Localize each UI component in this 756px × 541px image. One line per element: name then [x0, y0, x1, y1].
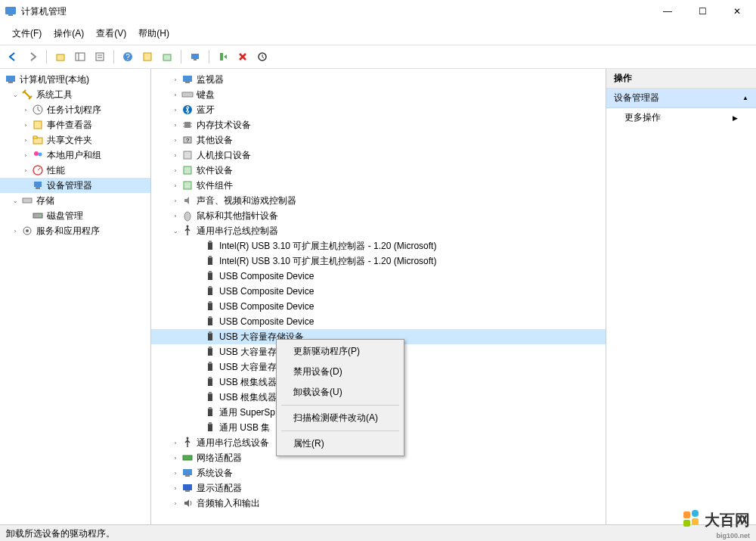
device-category[interactable]: ›系统设备 [151, 465, 606, 480]
device-label: 人机接口设备 [197, 149, 251, 162]
twisty-icon[interactable]: › [171, 166, 180, 175]
tree-task-scheduler[interactable]: 任务计划程序 [47, 104, 101, 117]
collapse-icon[interactable]: ⌄ [11, 196, 20, 205]
twisty-icon[interactable]: › [171, 211, 180, 220]
menu-file[interactable]: 文件(F) [6, 24, 48, 43]
menu-help[interactable]: 帮助(H) [132, 24, 175, 43]
device-category[interactable]: ›蓝牙 [151, 102, 606, 117]
context-update-driver[interactable]: 更新驱动程序(P) [278, 341, 402, 362]
separator [46, 50, 47, 64]
device-item[interactable]: Intel(R) USB 3.10 可扩展主机控制器 - 1.20 (Micro… [151, 238, 606, 253]
device-category[interactable]: ›显示适配器 [151, 480, 606, 496]
show-hide-tree-button[interactable] [72, 48, 88, 65]
actions-section-label: 设备管理器 [614, 92, 659, 104]
properties-button[interactable] [91, 48, 108, 65]
svg-point-23 [39, 153, 42, 157]
collapse-icon[interactable]: ⌄ [11, 90, 20, 99]
usbdev-icon [204, 376, 216, 388]
more-actions-label: 更多操作 [624, 111, 661, 124]
twisty-icon[interactable]: › [171, 499, 180, 508]
twisty-icon[interactable]: › [171, 483, 180, 493]
twisty-icon[interactable]: › [171, 75, 180, 84]
device-item[interactable]: Intel(R) USB 3.10 可扩展主机控制器 - 1.20 (Micro… [151, 253, 606, 269]
device-category[interactable]: ›软件设备 [151, 163, 606, 178]
expand-icon[interactable]: › [21, 120, 30, 129]
twisty-icon[interactable]: › [171, 468, 180, 477]
tree-event-viewer[interactable]: 事件查看器 [47, 119, 92, 132]
twisty-icon[interactable]: › [171, 135, 180, 145]
users-icon [32, 149, 44, 161]
twisty-icon[interactable]: › [171, 105, 180, 114]
device-item[interactable]: USB Composite Device [151, 299, 606, 314]
device-category[interactable]: ›声音、视频和游戏控制器 [151, 193, 606, 208]
device-category[interactable]: ›人机接口设备 [151, 148, 606, 163]
tree-performance[interactable]: 性能 [47, 164, 65, 177]
twisty-icon[interactable]: › [171, 90, 180, 99]
bluetooth-icon [181, 104, 194, 116]
device-category[interactable]: ›鼠标和其他指针设备 [151, 208, 606, 223]
expand-icon[interactable]: › [21, 135, 30, 145]
device-item[interactable]: USB Composite Device [151, 314, 606, 329]
minimize-button[interactable]: — [650, 0, 685, 23]
device-category[interactable]: ›监视器 [151, 72, 606, 87]
device-category[interactable]: ›内存技术设备 [151, 117, 606, 132]
tree-services[interactable]: 服务和应用程序 [36, 225, 100, 238]
refresh-button[interactable] [254, 48, 271, 65]
twisty-icon[interactable]: › [171, 151, 180, 160]
context-disable-device[interactable]: 禁用设备(D) [278, 362, 402, 382]
device-category[interactable]: ›?其他设备 [151, 132, 606, 148]
device-item[interactable]: USB Composite Device [151, 284, 606, 299]
more-actions[interactable]: 更多操作 ▶ [606, 108, 756, 127]
menu-view[interactable]: 查看(V) [90, 24, 132, 43]
up-button[interactable] [52, 48, 69, 65]
maximize-button[interactable]: ☐ [685, 0, 720, 23]
tree-disk-mgmt[interactable]: 磁盘管理 [47, 210, 83, 222]
device-label: Intel(R) USB 3.10 可扩展主机控制器 - 1.20 (Micro… [219, 255, 436, 268]
context-scan-hardware[interactable]: 扫描检测硬件改动(A) [278, 408, 402, 428]
tree-shared-folders[interactable]: 共享文件夹 [47, 134, 92, 147]
tool-icon[interactable] [159, 48, 175, 65]
svg-rect-44 [184, 166, 191, 174]
twisty-icon[interactable]: › [171, 120, 180, 129]
context-uninstall-device[interactable]: 卸载设备(U) [278, 382, 402, 403]
context-properties[interactable]: 属性(R) [278, 434, 402, 454]
device-category-usb[interactable]: ⌄通用串行总线控制器 [151, 223, 606, 238]
enable-button[interactable] [215, 48, 231, 65]
svg-text:?: ? [125, 53, 130, 61]
uninstall-button[interactable] [234, 48, 251, 65]
svg-rect-72 [208, 424, 212, 431]
twisty-icon[interactable]: ⌄ [171, 226, 180, 235]
help-button[interactable]: ? [119, 48, 136, 65]
tree-device-manager[interactable]: 设备管理器 [47, 179, 92, 192]
device-label: 软件设备 [197, 164, 233, 177]
expand-icon[interactable]: › [11, 226, 20, 235]
menu-action[interactable]: 操作(A) [48, 24, 90, 43]
twisty-icon[interactable]: › [171, 453, 180, 462]
expand-icon[interactable]: › [21, 105, 30, 114]
usbdev-icon [204, 361, 216, 373]
device-tree[interactable]: ›监视器›键盘›蓝牙›内存技术设备›?其他设备›人机接口设备›软件设备›软件组件… [151, 69, 606, 537]
forward-button[interactable] [24, 48, 41, 65]
scan-hardware-button[interactable] [187, 48, 203, 65]
device-category[interactable]: ›软件组件 [151, 178, 606, 193]
navigation-tree[interactable]: 计算机管理(本地) ⌄系统工具 ›任务计划程序 ›事件查看器 ›共享文件夹 ›本… [0, 69, 151, 537]
device-category[interactable]: ›键盘 [151, 87, 606, 102]
twisty-icon[interactable]: › [171, 196, 180, 205]
back-button[interactable] [5, 48, 21, 65]
twisty-icon[interactable]: › [171, 438, 180, 447]
tree-system-tools[interactable]: 系统工具 [36, 89, 73, 101]
device-item[interactable]: USB Composite Device [151, 269, 606, 284]
actions-section[interactable]: 设备管理器 ▲ [606, 89, 756, 108]
collapse-icon[interactable]: ▲ [742, 95, 748, 101]
tree-local-users[interactable]: 本地用户和组 [47, 149, 101, 162]
tree-root[interactable]: 计算机管理(本地) [20, 73, 89, 86]
tool-icon[interactable] [139, 48, 156, 65]
device-category[interactable]: ›音频输入和输出 [151, 496, 606, 511]
twisty-icon[interactable]: › [171, 181, 180, 190]
tree-storage[interactable]: 存储 [36, 194, 54, 207]
expand-icon[interactable]: › [21, 166, 30, 175]
context-menu: 更新驱动程序(P) 禁用设备(D) 卸载设备(U) 扫描检测硬件改动(A) 属性… [276, 339, 404, 456]
close-button[interactable]: ✕ [720, 0, 754, 23]
device-label: 系统设备 [197, 467, 233, 480]
expand-icon[interactable]: › [21, 151, 30, 160]
